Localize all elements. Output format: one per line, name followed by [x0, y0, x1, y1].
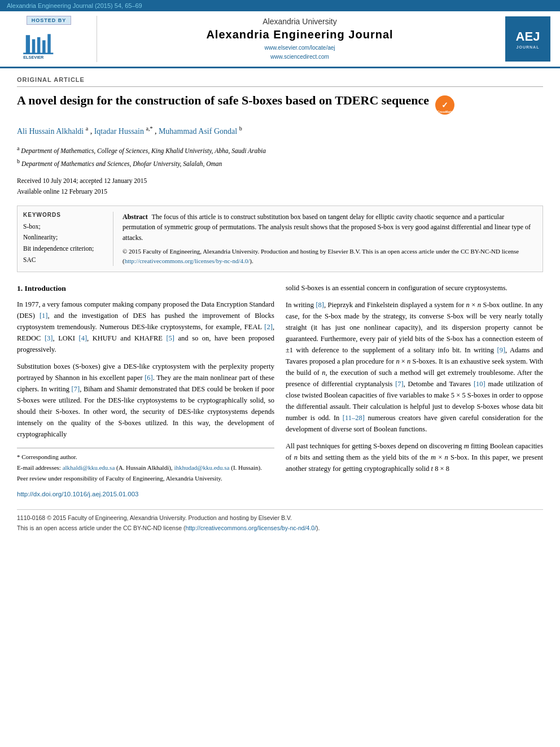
keyword-4: SAC	[23, 255, 106, 266]
article-content: ORIGINAL ARTICLE A novel design for the …	[0, 68, 560, 545]
intro-para-1: In 1977, a very famous computer making c…	[17, 299, 274, 355]
article-title-text: A novel design for the construction of s…	[17, 93, 429, 109]
affiliations: a Department of Mathematics, College of …	[17, 143, 543, 170]
svg-rect-2	[37, 37, 40, 53]
ref-8[interactable]: [8]	[316, 301, 324, 309]
ref-6[interactable]: [6]	[145, 374, 153, 382]
affiliation-a: a Department of Mathematics, College of …	[17, 143, 543, 156]
journal-links[interactable]: www.elsevier.com/locate/aej www.scienced…	[264, 43, 335, 62]
svg-rect-4	[47, 34, 51, 53]
doi-line[interactable]: http://dx.doi.org/10.1016/j.aej.2015.01.…	[17, 489, 274, 500]
footnote-corresponding: * Corresponding author.	[17, 452, 274, 462]
doi-link[interactable]: http://dx.doi.org/10.1016/j.aej.2015.01.…	[17, 491, 138, 497]
received-date: Received 10 July 2014; accepted 12 Janua…	[17, 176, 543, 187]
article-dates: Received 10 July 2014; accepted 12 Janua…	[17, 176, 543, 198]
keywords-column: KEYWORDS S-box; Nonlinearity; Bit indepe…	[23, 212, 113, 266]
ref-2[interactable]: [2]	[264, 323, 273, 331]
ref-4[interactable]: [4]	[79, 334, 88, 342]
svg-rect-3	[42, 40, 46, 53]
abstract-label: Abstract	[123, 213, 148, 221]
bottom-link[interactable]: http://creativecommons.org/licenses/by-n…	[185, 525, 316, 531]
authors-line: Ali Hussain Alkhaldi a , Iqtadar Hussain…	[17, 124, 543, 138]
ref-7a[interactable]: [7]	[72, 385, 80, 393]
crossmark-icon: ✓ CrossMark	[435, 95, 455, 115]
ref-3[interactable]: [3]	[45, 334, 53, 342]
svg-rect-0	[25, 35, 29, 53]
journal-header: HOSTED BY ELSEVIER Alexandria University…	[0, 11, 560, 68]
article-title: A novel design for the construction of s…	[17, 93, 543, 115]
aej-logo-area: AEJ JOURNAL	[502, 16, 553, 62]
keywords-title: KEYWORDS	[23, 212, 106, 218]
footnote-peer: Peer review under responsibility of Facu…	[17, 473, 274, 484]
body-two-column: 1. Introduction In 1977, a very famous c…	[17, 282, 543, 500]
elsevier-link[interactable]: www.elsevier.com/locate/aej	[264, 45, 335, 51]
svg-text:CrossMark: CrossMark	[438, 110, 452, 113]
svg-text:ELSEVIER: ELSEVIER	[23, 55, 44, 60]
abstract-keywords-section: KEYWORDS S-box; Nonlinearity; Bit indepe…	[17, 206, 543, 272]
intro-para-2: Substitution boxes (S-boxes) give a DES-…	[17, 361, 274, 440]
keyword-3: Bit independence criterion;	[23, 243, 106, 255]
footnotes: * Corresponding author. E-mail addresses…	[17, 448, 274, 500]
ref-11-28[interactable]: [11–28]	[343, 414, 365, 422]
email-1[interactable]: alkhaldi@kku.edu.sa	[63, 464, 115, 471]
ref-9[interactable]: [9]	[497, 346, 506, 354]
intro-para-3: solid S-boxes is an essential concern in…	[286, 282, 543, 294]
abstract-column: Abstract The focus of this article is to…	[123, 212, 537, 266]
ref-1[interactable]: [1]	[40, 312, 48, 320]
ref-5[interactable]: [5]	[166, 334, 174, 342]
author-3: Muhammad Asif Gondal b	[159, 127, 242, 136]
footnote-emails: E-mail addresses: alkhaldi@kku.edu.sa (A…	[17, 462, 274, 473]
author-1: Ali Hussain Alkhaldi a	[17, 127, 88, 136]
article-type: ORIGINAL ARTICLE	[17, 68, 543, 87]
abstract-license: © 2015 Faculty of Engineering, Alexandri…	[123, 247, 537, 266]
body-col-right: solid S-boxes is an essential concern in…	[286, 282, 543, 500]
email-2[interactable]: ihkhudad@kku.edu.sa	[174, 464, 229, 471]
bottom-text-1: 1110-0168 © 2015 Faculty of Engineering,…	[17, 513, 543, 523]
ref-10[interactable]: [10]	[474, 380, 485, 388]
bottom-bar: 1110-0168 © 2015 Faculty of Engineering,…	[17, 509, 543, 534]
svg-rect-5	[23, 53, 53, 54]
aej-logo-letters: AEJ	[516, 29, 540, 44]
affiliation-b: b Department of Mathematics and Sciences…	[17, 156, 543, 169]
svg-rect-1	[32, 39, 35, 53]
abstract-license-close: ).	[250, 257, 253, 264]
available-date: Available online 12 February 2015	[17, 186, 543, 198]
hosted-by-badge: HOSTED BY	[27, 16, 72, 25]
elsevier-branding: HOSTED BY ELSEVIER	[7, 16, 97, 62]
keyword-2: Nonlinearity;	[23, 232, 106, 243]
abstract-text: The focus of this article is to construc…	[123, 213, 531, 242]
keyword-1: S-box;	[23, 221, 106, 233]
elsevier-svg-logo: ELSEVIER	[18, 30, 80, 61]
aej-logo-subtitle: JOURNAL	[517, 45, 540, 49]
journal-title-area: Alexandria University Alexandria Enginee…	[102, 16, 498, 62]
aej-logo: AEJ JOURNAL	[505, 16, 550, 62]
elsevier-logo: ELSEVIER	[15, 28, 83, 62]
journal-name: Alexandria Engineering Journal	[206, 28, 393, 41]
abstract-license-link[interactable]: http://creativecommons.org/licenses/by-n…	[125, 257, 250, 264]
author-2: Iqtadar Hussain a,*	[94, 127, 153, 136]
bottom-text-2: This is an open access article under the…	[17, 523, 543, 534]
journal-reference-bar: Alexandria Engineering Journal (2015) 54…	[0, 0, 560, 11]
svg-text:✓: ✓	[441, 101, 448, 110]
intro-para-4: In writing [8], Pieprzyk and Finkelstein…	[286, 299, 543, 435]
section-1-title: 1. Introduction	[17, 282, 274, 295]
intro-para-5: All past techniques for getting S-boxes …	[286, 440, 543, 474]
journal-reference-text: Alexandria Engineering Journal (2015) 54…	[7, 2, 142, 9]
ref-7b[interactable]: [7]	[395, 380, 404, 388]
body-col-left: 1. Introduction In 1977, a very famous c…	[17, 282, 274, 500]
sciencedirect-link[interactable]: www.sciencedirect.com	[270, 54, 329, 60]
university-name: Alexandria University	[262, 17, 337, 26]
